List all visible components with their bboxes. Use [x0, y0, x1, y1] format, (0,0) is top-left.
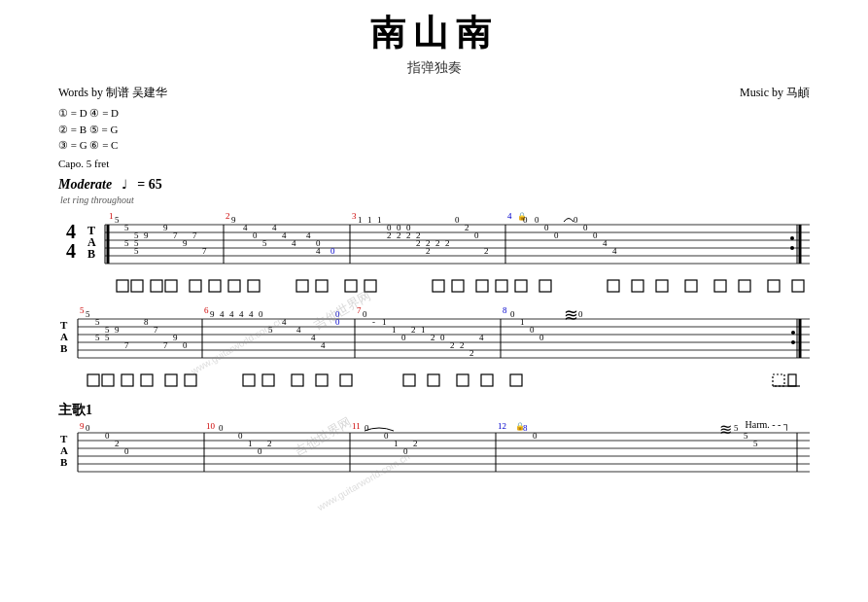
- title-section: 南山南 指弹独奏: [58, 10, 810, 77]
- svg-text:7: 7: [163, 340, 168, 350]
- svg-text:2: 2: [431, 333, 435, 342]
- svg-text:0: 0: [401, 333, 406, 342]
- svg-text:8: 8: [144, 317, 149, 327]
- svg-rect-95: [632, 280, 643, 292]
- svg-text:7: 7: [357, 305, 362, 315]
- svg-text:B: B: [60, 456, 68, 468]
- svg-text:0: 0: [539, 333, 544, 342]
- svg-text:0: 0: [455, 215, 460, 225]
- svg-text:≋: ≋: [564, 305, 578, 325]
- svg-text:≋: ≋: [719, 421, 732, 438]
- svg-text:5: 5: [86, 309, 90, 319]
- svg-rect-174: [262, 374, 274, 386]
- svg-text:4: 4: [229, 309, 234, 319]
- svg-text:B: B: [60, 342, 68, 354]
- svg-text:0: 0: [183, 340, 188, 350]
- svg-text:0: 0: [219, 423, 224, 433]
- credits-words: Words by 制谱 吴建华: [58, 85, 167, 101]
- svg-text:9: 9: [183, 238, 188, 248]
- svg-text:0: 0: [363, 309, 367, 319]
- svg-text:2: 2: [465, 223, 469, 232]
- tempo-label: Moderate: [58, 177, 112, 193]
- svg-rect-90: [476, 280, 488, 292]
- svg-text:7: 7: [124, 340, 129, 350]
- svg-rect-81: [209, 280, 221, 292]
- svg-text:7: 7: [154, 325, 158, 335]
- rhythm-row-1: [58, 278, 810, 298]
- svg-rect-183: [773, 374, 784, 386]
- svg-text:4: 4: [479, 333, 484, 342]
- svg-text:T: T: [60, 319, 68, 331]
- svg-text:4: 4: [292, 238, 296, 248]
- svg-text:4: 4: [66, 221, 76, 242]
- svg-text:2: 2: [387, 230, 392, 240]
- svg-rect-96: [656, 280, 668, 292]
- svg-text:2: 2: [426, 246, 431, 256]
- svg-rect-97: [685, 280, 697, 292]
- svg-text:6: 6: [204, 305, 209, 315]
- svg-text:T: T: [60, 433, 68, 444]
- svg-text:1: 1: [109, 211, 114, 221]
- svg-rect-84: [296, 280, 308, 292]
- svg-text:5: 5: [95, 317, 100, 327]
- svg-rect-176: [316, 374, 328, 386]
- svg-rect-171: [165, 374, 177, 386]
- svg-point-75: [790, 246, 794, 250]
- svg-text:2: 2: [484, 246, 489, 256]
- svg-text:2: 2: [115, 439, 120, 448]
- svg-text:2: 2: [469, 348, 474, 358]
- svg-text:0: 0: [86, 423, 90, 433]
- svg-text:9: 9: [80, 421, 85, 431]
- svg-text:5: 5: [105, 333, 110, 342]
- svg-text:2: 2: [460, 340, 465, 350]
- svg-text:B: B: [87, 247, 95, 261]
- svg-rect-168: [102, 374, 114, 386]
- svg-text:1: 1: [394, 439, 399, 448]
- svg-text:5: 5: [734, 423, 739, 433]
- svg-text:2: 2: [416, 238, 421, 248]
- svg-text:8: 8: [523, 423, 528, 433]
- svg-text:0: 0: [335, 317, 340, 327]
- svg-text:9: 9: [163, 223, 168, 232]
- svg-text:5: 5: [134, 246, 139, 256]
- tab-staff-3: Harm. - - ┐ T A B 9 0 0 2 0 10 0: [58, 421, 810, 478]
- svg-text:0: 0: [238, 431, 243, 441]
- svg-rect-89: [452, 280, 464, 292]
- svg-text:1: 1: [377, 215, 382, 225]
- svg-rect-79: [165, 280, 177, 292]
- svg-text:2: 2: [445, 238, 450, 248]
- svg-text:4: 4: [316, 246, 321, 256]
- svg-text:0: 0: [253, 230, 258, 240]
- svg-text:2: 2: [267, 439, 272, 448]
- svg-text:8: 8: [503, 305, 507, 315]
- svg-text:0: 0: [510, 309, 515, 319]
- svg-text:0: 0: [403, 446, 408, 456]
- credits-row: Words by 制谱 吴建华 Music by 马頔: [58, 85, 810, 101]
- svg-text:5: 5: [124, 223, 129, 232]
- svg-text:0: 0: [573, 215, 578, 225]
- svg-text:3: 3: [352, 211, 357, 221]
- subtitle: 指弹独奏: [58, 59, 810, 77]
- main-title: 南山南: [58, 10, 810, 57]
- credits-music: Music by 马頔: [740, 85, 810, 101]
- svg-text:5: 5: [744, 431, 748, 441]
- svg-rect-77: [131, 280, 143, 292]
- svg-text:2: 2: [406, 230, 411, 240]
- svg-text:5: 5: [115, 215, 120, 225]
- svg-rect-98: [714, 280, 726, 292]
- tempo-value: = 65: [137, 177, 161, 193]
- tuning-line3: ③ = G ⑥ = C: [58, 137, 810, 154]
- svg-text:5: 5: [80, 305, 85, 315]
- svg-rect-99: [739, 280, 750, 292]
- svg-text:0: 0: [365, 423, 369, 433]
- svg-text:0: 0: [535, 215, 539, 225]
- svg-text:A: A: [60, 331, 68, 342]
- svg-rect-93: [539, 280, 551, 292]
- svg-rect-83: [248, 280, 260, 292]
- svg-text:4: 4: [220, 309, 225, 319]
- svg-text:9: 9: [210, 309, 215, 319]
- svg-text:5: 5: [124, 238, 129, 248]
- svg-text:1: 1: [382, 317, 387, 327]
- svg-rect-100: [768, 280, 780, 292]
- svg-text:4: 4: [612, 246, 617, 256]
